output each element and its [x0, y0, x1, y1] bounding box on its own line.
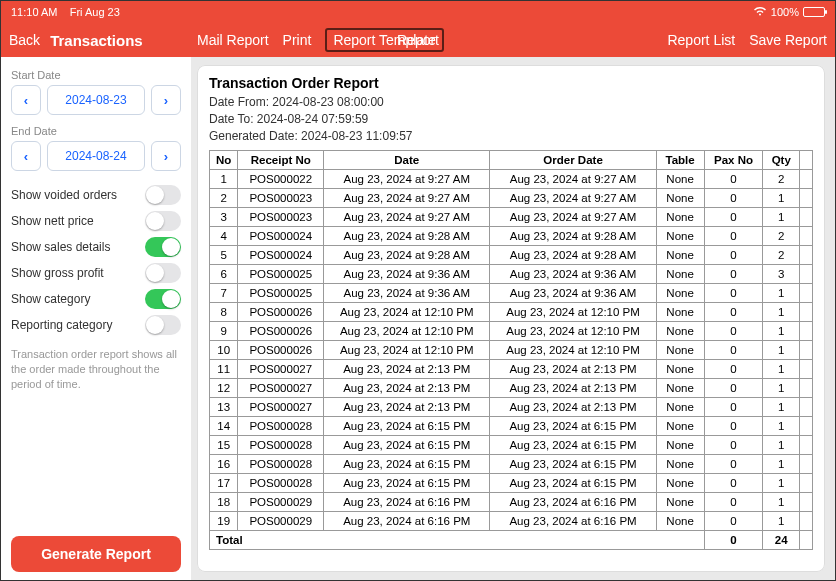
print-button[interactable]: Print: [283, 32, 312, 48]
mail-report-button[interactable]: Mail Report: [197, 32, 269, 48]
table-row[interactable]: 4POS000024Aug 23, 2024 at 9:28 AMAug 23,…: [210, 227, 813, 246]
cell-pax: 0: [704, 265, 763, 284]
cell-pax: 0: [704, 379, 763, 398]
table-row[interactable]: 2POS000023Aug 23, 2024 at 9:27 AMAug 23,…: [210, 189, 813, 208]
cell-pax: 0: [704, 284, 763, 303]
cell-pax: 0: [704, 341, 763, 360]
table-row[interactable]: 6POS000025Aug 23, 2024 at 9:36 AMAug 23,…: [210, 265, 813, 284]
cell-order: Aug 23, 2024 at 6:15 PM: [490, 474, 656, 493]
cell-no: 14: [210, 417, 238, 436]
table-row[interactable]: 5POS000024Aug 23, 2024 at 9:28 AMAug 23,…: [210, 246, 813, 265]
cell-table: None: [656, 360, 704, 379]
cell-qty: 1: [763, 360, 800, 379]
cell-table: None: [656, 379, 704, 398]
table-row[interactable]: 12POS000027Aug 23, 2024 at 2:13 PMAug 23…: [210, 379, 813, 398]
start-date-prev[interactable]: ‹: [11, 85, 41, 115]
cell-receipt: POS000028: [238, 455, 324, 474]
toggle-switch[interactable]: [145, 185, 181, 205]
cell-no: 13: [210, 398, 238, 417]
cell-date: Aug 23, 2024 at 9:27 AM: [324, 170, 490, 189]
toggle-switch[interactable]: [145, 263, 181, 283]
cell-receipt: POS000029: [238, 493, 324, 512]
cell-date: Aug 23, 2024 at 9:36 AM: [324, 265, 490, 284]
battery-icon: [803, 7, 825, 17]
report-meta-to: Date To: 2024-08-24 07:59:59: [209, 111, 813, 128]
battery-percent: 100%: [771, 6, 799, 18]
cell-no: 15: [210, 436, 238, 455]
table-row[interactable]: 8POS000026Aug 23, 2024 at 12:10 PMAug 23…: [210, 303, 813, 322]
cell-receipt: POS000027: [238, 379, 324, 398]
cell-receipt: POS000025: [238, 284, 324, 303]
cell-order: Aug 23, 2024 at 9:27 AM: [490, 170, 656, 189]
cell-receipt: POS000024: [238, 246, 324, 265]
toggle-row: Show sales details: [11, 237, 181, 257]
toggle-switch[interactable]: [145, 289, 181, 309]
cell-order: Aug 23, 2024 at 12:10 PM: [490, 341, 656, 360]
cell-qty: 1: [763, 379, 800, 398]
end-date-next[interactable]: ›: [151, 141, 181, 171]
toggle-switch[interactable]: [145, 237, 181, 257]
toggle-label: Show voided orders: [11, 188, 117, 202]
cell-pax: 0: [704, 246, 763, 265]
cell-qty: 1: [763, 208, 800, 227]
toggle-switch[interactable]: [145, 211, 181, 231]
cell-order: Aug 23, 2024 at 2:13 PM: [490, 379, 656, 398]
start-date-button[interactable]: 2024-08-23: [47, 85, 145, 115]
cell-qty: 2: [763, 246, 800, 265]
table-row[interactable]: 3POS000023Aug 23, 2024 at 9:27 AMAug 23,…: [210, 208, 813, 227]
table-row[interactable]: 13POS000027Aug 23, 2024 at 2:13 PMAug 23…: [210, 398, 813, 417]
table-row[interactable]: 9POS000026Aug 23, 2024 at 12:10 PMAug 23…: [210, 322, 813, 341]
report-list-button[interactable]: Report List: [667, 32, 735, 48]
table-row[interactable]: 19POS000029Aug 23, 2024 at 6:16 PMAug 23…: [210, 512, 813, 531]
table-row[interactable]: 7POS000025Aug 23, 2024 at 9:36 AMAug 23,…: [210, 284, 813, 303]
cell-date: Aug 23, 2024 at 12:10 PM: [324, 322, 490, 341]
end-date-button[interactable]: 2024-08-24: [47, 141, 145, 171]
cell-date: Aug 23, 2024 at 9:28 AM: [324, 246, 490, 265]
cell-receipt: POS000026: [238, 303, 324, 322]
save-report-button[interactable]: Save Report: [749, 32, 827, 48]
table-row[interactable]: 11POS000027Aug 23, 2024 at 2:13 PMAug 23…: [210, 360, 813, 379]
cell-date: Aug 23, 2024 at 6:15 PM: [324, 436, 490, 455]
cell-order: Aug 23, 2024 at 9:28 AM: [490, 246, 656, 265]
cell-pax: 0: [704, 189, 763, 208]
table-row[interactable]: 17POS000028Aug 23, 2024 at 6:15 PMAug 23…: [210, 474, 813, 493]
cell-no: 6: [210, 265, 238, 284]
cell-no: 9: [210, 322, 238, 341]
table-row[interactable]: 16POS000028Aug 23, 2024 at 6:15 PMAug 23…: [210, 455, 813, 474]
cell-receipt: POS000028: [238, 417, 324, 436]
cell-receipt: POS000027: [238, 360, 324, 379]
table-row[interactable]: 1POS000022Aug 23, 2024 at 9:27 AMAug 23,…: [210, 170, 813, 189]
cell-date: Aug 23, 2024 at 12:10 PM: [324, 303, 490, 322]
end-date-prev[interactable]: ‹: [11, 141, 41, 171]
cell-table: None: [656, 512, 704, 531]
cell-receipt: POS000023: [238, 189, 324, 208]
toggle-switch[interactable]: [145, 315, 181, 335]
table-row[interactable]: 10POS000026Aug 23, 2024 at 12:10 PMAug 2…: [210, 341, 813, 360]
table-row[interactable]: 14POS000028Aug 23, 2024 at 6:15 PMAug 23…: [210, 417, 813, 436]
report-title: Transaction Order Report: [209, 75, 813, 91]
cell-order: Aug 23, 2024 at 6:16 PM: [490, 512, 656, 531]
cell-order: Aug 23, 2024 at 9:27 AM: [490, 189, 656, 208]
sidebar-hint: Transaction order report shows all the o…: [11, 347, 181, 392]
cell-receipt: POS000029: [238, 512, 324, 531]
cell-no: 7: [210, 284, 238, 303]
table-total-row: Total 0 24: [210, 531, 813, 550]
cell-pax: 0: [704, 303, 763, 322]
cell-no: 10: [210, 341, 238, 360]
total-pax: 0: [704, 531, 763, 550]
cell-no: 16: [210, 455, 238, 474]
table-row[interactable]: 15POS000028Aug 23, 2024 at 6:15 PMAug 23…: [210, 436, 813, 455]
nav-bar: Back Transactions Mail Report Print Repo…: [1, 23, 835, 57]
table-row[interactable]: 18POS000029Aug 23, 2024 at 6:16 PMAug 23…: [210, 493, 813, 512]
start-date-next[interactable]: ›: [151, 85, 181, 115]
cell-order: Aug 23, 2024 at 12:10 PM: [490, 303, 656, 322]
cell-date: Aug 23, 2024 at 12:10 PM: [324, 341, 490, 360]
back-button[interactable]: Back: [9, 32, 40, 48]
cell-pax: 0: [704, 208, 763, 227]
generate-report-button[interactable]: Generate Report: [11, 536, 181, 572]
toggle-row: Show voided orders: [11, 185, 181, 205]
cell-receipt: POS000027: [238, 398, 324, 417]
table-header: No: [210, 151, 238, 170]
cell-receipt: POS000022: [238, 170, 324, 189]
cell-pax: 0: [704, 322, 763, 341]
